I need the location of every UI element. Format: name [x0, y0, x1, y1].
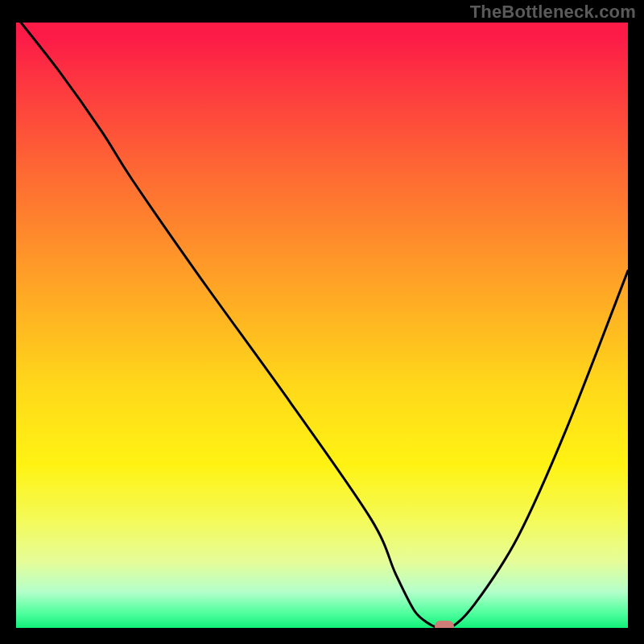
watermark-label: TheBottleneck.com — [470, 2, 636, 23]
chart-frame: TheBottleneck.com — [0, 0, 644, 644]
current-point-marker — [435, 621, 454, 628]
curve-svg — [16, 23, 628, 628]
plot-area — [16, 23, 628, 628]
bottleneck-curve-path — [16, 23, 628, 628]
